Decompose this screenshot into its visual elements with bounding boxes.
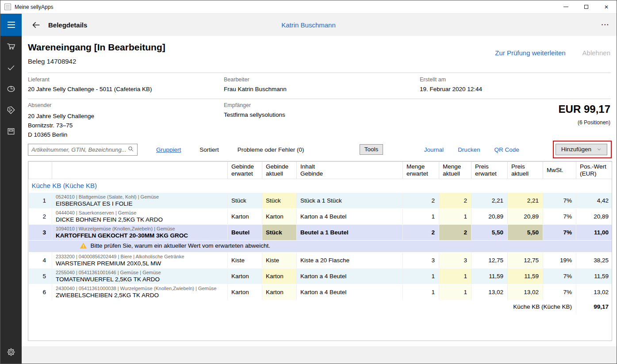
menge-aktuell-cell[interactable]: 1 xyxy=(439,268,471,284)
gebinde-aktuell-cell[interactable]: Kiste xyxy=(262,253,297,268)
minimize-button[interactable] xyxy=(556,0,576,14)
table-row[interactable]: 42333200 | 04000856202449 | Biere | Alko… xyxy=(29,253,613,268)
article-name: DICKE BOHNEN FEIN 2,5KG TK ARDO xyxy=(56,216,224,223)
main-content: Wareneingang [In Bearbeitung] Beleg 1470… xyxy=(22,36,617,364)
pos-wert-cell: 38,25 xyxy=(576,253,613,268)
sidebar-item-settings[interactable] xyxy=(0,341,22,363)
preis-aktuell-cell[interactable]: 2,21 xyxy=(508,193,543,209)
gebinde-aktuell-cell[interactable]: Karton xyxy=(262,209,297,225)
journal-link[interactable]: Journal xyxy=(424,146,444,153)
table-row[interactable]: 10524010 | Blattgemüse (Salate, Kohl) | … xyxy=(29,193,613,209)
positions-table: Gebinde erwartetGebinde aktuellInhalt Ge… xyxy=(28,161,612,341)
sidebar-item-statistics[interactable] xyxy=(0,78,22,100)
inhalt-gebinde-cell: Karton a 4 Beutel xyxy=(297,268,403,284)
group-header-row[interactable]: Küche KB (Küche KB) xyxy=(29,179,613,193)
menge-erwartet-cell: 2 xyxy=(403,225,439,241)
menge-aktuell-cell[interactable]: 1 xyxy=(439,209,471,225)
drucken-link[interactable]: Drucken xyxy=(458,146,480,153)
gebinde-aktuell-cell[interactable]: Karton xyxy=(262,268,297,284)
column-header[interactable]: Gebinde aktuell xyxy=(262,162,297,179)
column-header[interactable]: Preis erwartet xyxy=(471,162,508,179)
menge-aktuell-cell[interactable]: 2 xyxy=(439,225,471,241)
absender-label: Absender xyxy=(28,102,94,108)
column-header[interactable]: Preis aktuell xyxy=(508,162,543,179)
table-row[interactable]: 52255040 | 05411361001646 | Gemüse | Gem… xyxy=(29,268,613,284)
toolbar-right: Journal Drucken QR Code Hinzufügen xyxy=(424,144,611,155)
menge-aktuell-cell[interactable]: 3 xyxy=(439,253,471,268)
page-title: Belegdetails xyxy=(48,21,87,29)
hamburger-menu-button[interactable] xyxy=(0,14,22,36)
absender-line: Bornitzstr. 73–75 xyxy=(28,121,94,130)
sidebar-item-offers[interactable] xyxy=(0,100,22,121)
inhalt-gebinde-cell: Karton a 4 Beutel xyxy=(297,209,403,225)
gebinde-aktuell-cell[interactable]: Stück xyxy=(262,193,297,209)
inhalt-gebinde-cell: Kiste a 20 Flasche xyxy=(297,253,403,268)
sidebar-item-catalog[interactable] xyxy=(0,121,22,142)
app-window: Meine sellyApps ✕ Belegdetails Katrin Bu… xyxy=(0,0,617,364)
qr-code-link[interactable]: QR Code xyxy=(494,146,519,153)
row-number: 4 xyxy=(29,253,52,268)
column-header[interactable]: Inhalt Gebinde xyxy=(297,162,403,179)
sidebar-item-orders[interactable] xyxy=(0,36,22,57)
gruppiert-tab[interactable]: Gruppiert xyxy=(156,146,181,153)
mwst-cell: 7% xyxy=(543,284,576,300)
empfaenger-block: Empfänger Testfirma sellysolutions xyxy=(224,102,285,118)
document-number: Beleg 14708942 xyxy=(28,57,76,65)
table-row[interactable]: 31094010 | Wurzelgemüse (Knollen,Zwiebel… xyxy=(29,225,613,241)
gebinde-erwartet-cell: Karton xyxy=(228,268,262,284)
mwst-cell: 7% xyxy=(543,225,576,241)
menge-aktuell-cell[interactable]: 1 xyxy=(439,284,471,300)
article-meta: 0444040 | Sauerkonserven | Gemüse xyxy=(56,210,224,216)
table-row[interactable]: 62430040 | 05411361000038 | Wurzelgemüse… xyxy=(29,284,613,300)
search-box[interactable] xyxy=(28,144,138,156)
erstellt-block: Erstellt am 19. Februar 2020 12:44 xyxy=(420,77,482,92)
forward-review-button[interactable]: Zur Prüfung weiterleiten xyxy=(495,49,565,57)
article-meta: 0524010 | Blattgemüse (Salate, Kohl) | G… xyxy=(56,194,224,200)
table-head: Gebinde erwartetGebinde aktuellInhalt Ge… xyxy=(29,162,613,179)
chevron-down-icon xyxy=(597,147,602,152)
warning-text: Bitte prüfen Sie, warum ein aktueller We… xyxy=(91,242,270,249)
lieferant-block: Lieferant 20 Jahre Selly Challenge - 501… xyxy=(28,77,152,92)
back-button[interactable] xyxy=(31,19,41,30)
user-name-link[interactable]: Katrin Buschmann xyxy=(281,21,336,29)
maximize-button[interactable] xyxy=(576,0,596,14)
row-number: 2 xyxy=(29,209,52,225)
column-header[interactable]: Menge erwartet xyxy=(403,162,439,179)
preis-aktuell-cell[interactable]: 13,02 xyxy=(508,284,543,300)
menge-erwartet-cell: 3 xyxy=(403,253,439,268)
preis-aktuell-cell[interactable]: 20,89 xyxy=(508,209,543,225)
preis-aktuell-cell[interactable]: 5,50 xyxy=(508,225,543,241)
positions-toolbar: Gruppiert Sortiert Probleme oder Fehler … xyxy=(28,142,611,157)
preis-aktuell-cell[interactable]: 12,75 xyxy=(508,253,543,268)
menge-erwartet-cell: 2 xyxy=(403,193,439,209)
probleme-fehler-tab[interactable]: Probleme oder Fehler (0) xyxy=(238,146,304,153)
preis-aktuell-cell[interactable]: 11,59 xyxy=(508,268,543,284)
reject-button[interactable]: Ablehnen xyxy=(583,49,610,57)
column-header[interactable]: Gebinde erwartet xyxy=(228,162,262,179)
bearbeiter-value: Frau Katrin Buschmann xyxy=(224,86,287,92)
hinzufuegen-button[interactable]: Hinzufügen xyxy=(556,144,607,155)
more-options-button[interactable]: ... xyxy=(601,21,609,29)
column-header[interactable]: Menge aktuell xyxy=(439,162,471,179)
bearbeiter-label: Bearbeiter xyxy=(224,77,287,83)
gebinde-aktuell-cell[interactable]: Karton xyxy=(262,284,297,300)
column-header[interactable]: Pos.-Wert (EUR) xyxy=(576,162,613,179)
total-positions: (6 Positionen) xyxy=(559,119,610,126)
article-name: WARSTEINER PREMIUM 20X0,5L MW xyxy=(56,260,224,267)
close-button[interactable]: ✕ xyxy=(596,0,617,14)
table-row[interactable]: 20444040 | Sauerkonserven | GemüseDICKE … xyxy=(29,209,613,225)
tools-button[interactable]: Tools xyxy=(360,144,383,155)
sortiert-tab[interactable]: Sortiert xyxy=(199,146,219,153)
column-header[interactable]: MwSt. xyxy=(543,162,576,179)
absender-block: Absender 20 Jahre Selly Challenge Bornit… xyxy=(28,102,94,139)
article-cell: 2430040 | 05411361000038 | Wurzelgemüse … xyxy=(52,284,228,300)
article-cell: 1094010 | Wurzelgemüse (Knollen,Zwiebeln… xyxy=(52,225,228,241)
article-cell: 0444040 | Sauerkonserven | GemüseDICKE B… xyxy=(52,209,228,225)
sidebar-item-tasks[interactable] xyxy=(0,57,22,78)
back-arrow-icon xyxy=(31,20,41,30)
gebinde-erwartet-cell: Karton xyxy=(228,209,262,225)
menge-aktuell-cell[interactable]: 2 xyxy=(439,193,471,209)
search-input[interactable] xyxy=(31,146,127,153)
gebinde-aktuell-cell[interactable]: Stück xyxy=(262,225,297,241)
window-title: Meine sellyApps xyxy=(15,4,53,10)
